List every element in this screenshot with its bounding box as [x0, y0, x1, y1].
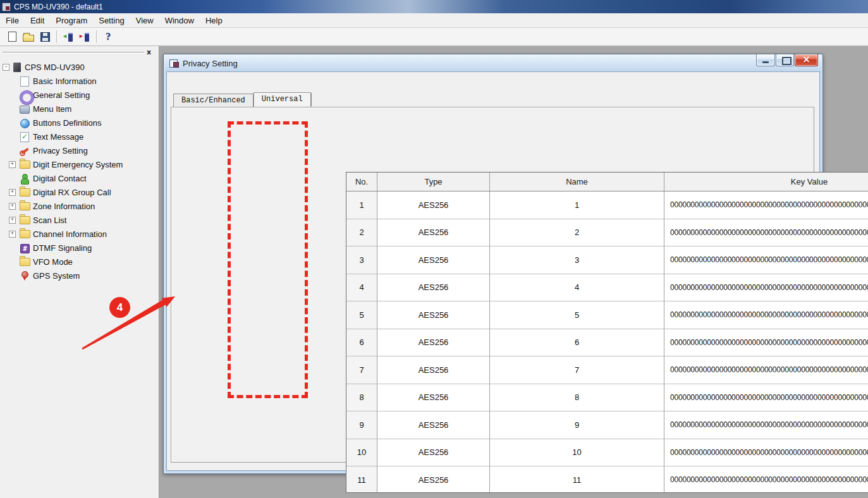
dialog-icon [169, 59, 179, 68]
column-header-key-value: Key Value [664, 173, 868, 191]
sidebar-item-label: VFO Mode [33, 257, 73, 267]
cell-no: 2 [346, 219, 377, 247]
cell-name: 3 [490, 246, 664, 274]
tab-strip: Basic/EnhancedUniversal [173, 92, 311, 107]
toolbar-help-button[interactable] [100, 29, 116, 44]
cell-key: 0000000000000000000000000000000000000000… [664, 329, 868, 357]
toolbar-open-file-button[interactable] [20, 29, 37, 44]
sidebar-item-label: Buttons Definitions [33, 118, 101, 128]
table-row[interactable]: 1AES256100000000000000000000000000000000… [346, 191, 868, 219]
table-row[interactable]: 10AES25610000000000000000000000000000000… [346, 439, 868, 467]
write-to-radio-icon [78, 32, 91, 42]
tree-expander-icon[interactable]: + [9, 203, 16, 210]
dialog-title-bar[interactable]: Privacy Setting [164, 55, 822, 71]
tree-expander-icon[interactable]: + [9, 231, 16, 238]
folder-icon [20, 161, 29, 170]
sidebar-item-menu-item[interactable]: Menu Item [1, 102, 157, 116]
dialog-title: Privacy Setting [183, 59, 238, 68]
sidebar-item-label: DTMF Signaling [33, 243, 92, 253]
sidebar-item-label: GPS System [33, 271, 80, 281]
sidebar-item-channel-information[interactable]: +Channel Information [1, 227, 157, 241]
navigation-tree: -CPS MD-UV390Basic InformationGeneral Se… [1, 60, 157, 497]
table-row[interactable]: 3AES256300000000000000000000000000000000… [346, 246, 868, 274]
toolbar-save-file-button[interactable] [37, 29, 53, 44]
cell-type: AES256 [377, 274, 490, 302]
cell-type: AES256 [377, 246, 490, 274]
menu-item-setting[interactable]: Setting [93, 13, 130, 27]
menu-item-view[interactable]: View [130, 13, 159, 27]
cell-type: AES256 [377, 384, 490, 412]
toolbar-new-file-button[interactable] [4, 29, 20, 44]
sidebar-item-gps-system[interactable]: GPS System [1, 269, 157, 282]
cell-no: 7 [346, 356, 377, 384]
maximize-button[interactable] [776, 54, 794, 66]
sidebar-item-digital-contact[interactable]: Digital Contact [1, 171, 157, 185]
minimize-button[interactable] [756, 54, 775, 66]
sidebar-item-general-setting[interactable]: General Setting [1, 88, 157, 102]
title-bar: CPS MD-UV390 - default1 [0, 0, 868, 13]
menu-item-icon [20, 104, 29, 114]
sidebar-item-digit-emergency-system[interactable]: +Digit Emergency System [1, 157, 157, 171]
contact-icon [20, 174, 29, 183]
dtmf-icon [20, 243, 29, 253]
sidebar-gripper[interactable] [3, 52, 144, 54]
sidebar-close-icon[interactable]: x [144, 47, 154, 57]
tree-expander-icon[interactable]: + [9, 189, 16, 196]
tree-expander-icon[interactable]: + [9, 161, 16, 168]
folder-icon [20, 258, 29, 267]
menu-item-file[interactable]: File [0, 13, 25, 27]
sidebar-item-label: General Setting [33, 90, 90, 100]
tree-expander-icon[interactable]: + [9, 217, 16, 224]
menu-item-program[interactable]: Program [50, 13, 93, 27]
read-from-radio-icon [62, 32, 75, 42]
close-button[interactable] [795, 54, 818, 66]
sidebar-root-cps-md-uv390[interactable]: -CPS MD-UV390 [1, 60, 157, 74]
menu-item-window[interactable]: Window [159, 13, 200, 27]
cell-no: 9 [346, 411, 377, 439]
sidebar-item-privacy-setting[interactable]: Privacy Setting [1, 143, 157, 157]
table-row[interactable]: 7AES256700000000000000000000000000000000… [346, 356, 868, 384]
menu-item-edit[interactable]: Edit [25, 13, 50, 27]
sidebar-item-scan-list[interactable]: +Scan List [1, 213, 157, 227]
cell-name: 5 [490, 301, 664, 329]
cell-type: AES256 [377, 329, 490, 357]
tab-universal[interactable]: Universal [254, 92, 311, 107]
sidebar-item-basic-information[interactable]: Basic Information [1, 74, 157, 88]
table-row[interactable]: 2AES256200000000000000000000000000000000… [346, 219, 868, 247]
cell-name: 9 [490, 411, 664, 439]
cell-key: 0000000000000000000000000000000000000000… [664, 246, 868, 274]
privacy-table: No.TypeNameKey Value 1AES256100000000000… [346, 172, 868, 493]
table-row[interactable]: 11AES25611000000000000000000000000000000… [346, 466, 868, 492]
sidebar-item-label: Digital RX Group Call [33, 188, 111, 197]
sidebar-item-label: Menu Item [33, 104, 71, 114]
table-row[interactable]: 5AES256500000000000000000000000000000000… [346, 301, 868, 329]
text-message-icon [20, 132, 29, 142]
dialog-client-area: Basic/EnhancedUniversal No.TypeNameKey V… [166, 71, 820, 471]
sidebar-item-text-message[interactable]: Text Message [1, 130, 157, 143]
sidebar-item-vfo-mode[interactable]: VFO Mode [1, 255, 157, 269]
table-row[interactable]: 6AES256600000000000000000000000000000000… [346, 329, 868, 357]
document-icon [20, 76, 29, 86]
tree-expander-icon[interactable]: - [3, 64, 9, 71]
cell-key: 0000000000000000000000000000000000000000… [664, 219, 868, 247]
toolbar-write-to-radio-button[interactable] [76, 29, 93, 44]
tab-basic-enhanced[interactable]: Basic/Enhanced [173, 94, 254, 107]
menu-bar: FileEditProgramSettingViewWindowHelp [0, 13, 868, 28]
cell-key: 0000000000000000000000000000000000000000… [664, 439, 868, 467]
sidebar-item-buttons-definitions[interactable]: Buttons Definitions [1, 116, 157, 130]
table-row[interactable]: 9AES256900000000000000000000000000000000… [346, 411, 868, 439]
menu-item-help[interactable]: Help [200, 13, 228, 27]
table-row[interactable]: 8AES256800000000000000000000000000000000… [346, 384, 868, 412]
cell-type: AES256 [377, 439, 490, 467]
toolbar-separator [56, 30, 57, 43]
cell-no: 3 [346, 246, 377, 274]
toolbar-read-from-radio-button[interactable] [60, 29, 76, 44]
sidebar-item-zone-information[interactable]: +Zone Information [1, 199, 157, 213]
cell-key: 0000000000000000000000000000000000000000… [664, 274, 868, 302]
sidebar-item-digital-rx-group-call[interactable]: +Digital RX Group Call [1, 185, 157, 199]
sidebar-item-dtmf-signaling[interactable]: DTMF Signaling [1, 241, 157, 255]
window-title: CPS MD-UV390 - default1 [14, 3, 103, 11]
cell-type: AES256 [377, 301, 490, 329]
table-row[interactable]: 4AES256400000000000000000000000000000000… [346, 274, 868, 302]
cell-key: 0000000000000000000000000000000000000000… [664, 466, 868, 492]
